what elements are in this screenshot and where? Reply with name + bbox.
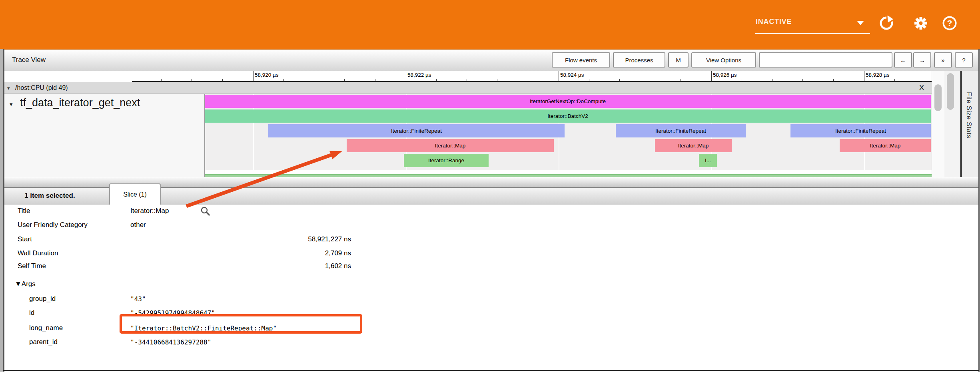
process-header-row[interactable]	[4, 82, 932, 94]
help-shortcuts-button[interactable]: ?	[955, 52, 973, 68]
detail-row-value: 1,602 ns	[130, 262, 351, 270]
top-header-bar	[0, 0, 980, 50]
find-input[interactable]	[759, 52, 892, 68]
trace-slice-label: IteratorGetNextOp::DoCompute	[530, 98, 606, 104]
run-selector-underline	[755, 33, 870, 34]
arg-name: group_id	[29, 295, 56, 303]
axis-major-tick	[559, 71, 559, 82]
detail-row-value: 2,709 ns	[130, 249, 351, 257]
left-gutter	[0, 49, 3, 372]
find-next-button[interactable]: →	[913, 52, 931, 68]
trace-slice-label: Iterator::Range	[428, 157, 464, 163]
app-root: INACTIVE ? Trace View Flow events Proces…	[0, 0, 980, 374]
axis-tick-label: 58,926 µs	[713, 72, 737, 78]
axis-major-tick	[253, 71, 253, 82]
panel-scrollbar-thumb[interactable]	[947, 73, 954, 110]
track-collapse-icon[interactable]: ▾	[10, 101, 13, 108]
axis-tick-label: 58,924 µs	[560, 72, 584, 78]
trace-slice[interactable]: Iterator::Range	[404, 154, 489, 167]
trace-slice-label: Iterator::Map	[678, 143, 709, 149]
detail-row-label: User Friendly Category	[18, 221, 88, 229]
trace-slice[interactable]: Iterator::FiniteRepeat	[616, 124, 746, 137]
axis-tick-label: 58,920 µs	[255, 72, 279, 78]
axis-major-tick	[406, 71, 406, 82]
arg-value: "-5429951974994848647"	[130, 309, 215, 317]
trace-slice[interactable]: Iterator::FiniteRepeat	[268, 124, 565, 137]
detail-row-label: Self Time	[18, 262, 46, 270]
axis-major-tick	[864, 71, 864, 82]
trace-view-title: Trace View	[12, 56, 46, 64]
detail-row-label: Start	[18, 235, 32, 243]
trace-slice-label: Iterator::Map	[870, 143, 901, 149]
trace-slice-label: Iterator::Map	[435, 143, 466, 149]
trace-slice-label: Iterator::BatchV2	[547, 113, 588, 119]
detail-row-label: Title	[18, 207, 30, 215]
trace-slice[interactable]: Iterator::FiniteRepeat	[790, 124, 931, 137]
track-name-label: tf_data_iterator_get_next	[20, 97, 140, 109]
arg-value: "Iterator::BatchV2::FiniteRepeat::Map"	[130, 324, 277, 332]
trace-slice[interactable]: IteratorGetNextOp::DoCompute	[205, 95, 931, 108]
trace-slice-label: Iterator::FiniteRepeat	[655, 128, 706, 134]
arg-value: "-344106684136297288"	[130, 338, 211, 346]
trace-slice[interactable]: Iterator::Map	[347, 139, 554, 152]
refresh-icon[interactable]	[879, 16, 894, 31]
file-size-stats-label: File Size Stats	[965, 92, 973, 138]
slice-details-panel: TitleIterator::MapUser Friendly Category…	[4, 205, 978, 370]
metadata-button[interactable]: M	[668, 52, 689, 68]
flow-events-button[interactable]: Flow events	[552, 52, 610, 68]
trace-slice-label: Iterator::FiniteRepeat	[391, 128, 442, 134]
trace-slice-label: I...	[705, 157, 711, 163]
svg-text:?: ?	[947, 18, 952, 28]
trace-slice[interactable]: Iterator::Map	[840, 139, 931, 152]
find-previous-button[interactable]: ←	[894, 52, 912, 68]
selection-count-label: 1 item selected.	[24, 192, 75, 200]
magnifier-icon[interactable]	[200, 206, 210, 218]
gear-icon[interactable]	[913, 16, 928, 31]
window-border-right	[978, 49, 980, 372]
close-track-icon[interactable]: X	[919, 83, 924, 92]
help-icon[interactable]: ?	[942, 16, 957, 31]
process-collapse-icon[interactable]: ▾	[7, 85, 10, 91]
process-label: /host:CPU (pid 49)	[15, 84, 68, 92]
trace-slice[interactable]: Iterator::Map	[655, 139, 732, 152]
arg-name: long_name	[29, 324, 63, 332]
time-axis: 58,920 µs58,922 µs58,924 µs58,926 µs58,9…	[4, 71, 960, 82]
arg-value: "43"	[130, 295, 146, 303]
detail-row-value: 58,921,227 ns	[130, 235, 351, 243]
timeline-canvas[interactable]: IteratorGetNextOp::DoComputeIterator::Ba…	[205, 94, 932, 170]
expand-panel-button[interactable]: »	[934, 52, 952, 68]
trace-slice[interactable]: Iterator::BatchV2	[205, 109, 931, 123]
axis-tick-label: 58,928 µs	[866, 72, 890, 78]
axis-major-tick	[711, 71, 712, 82]
args-collapse-header[interactable]: ▼Args	[15, 280, 36, 288]
track-scrollbar-thumb[interactable]	[934, 84, 942, 111]
processes-button[interactable]: Processes	[613, 52, 665, 68]
trace-slice[interactable]: I...	[699, 154, 717, 167]
trace-slice-label: Iterator::FiniteRepeat	[835, 128, 886, 134]
detail-row-label: Wall Duration	[18, 249, 58, 257]
view-options-button[interactable]: View Options	[691, 52, 756, 68]
run-selector-value[interactable]: INACTIVE	[756, 18, 792, 26]
window-border-bottom	[3, 370, 979, 371]
arg-name: id	[29, 309, 34, 317]
detail-row-value: other	[130, 221, 146, 229]
detail-row-value: Iterator::Map	[130, 207, 169, 215]
dropdown-caret-icon[interactable]	[857, 21, 864, 25]
arg-name: parent_id	[29, 338, 58, 346]
axis-tick-label: 58,922 µs	[407, 72, 431, 78]
tab-slice[interactable]: Slice (1)	[109, 183, 161, 205]
